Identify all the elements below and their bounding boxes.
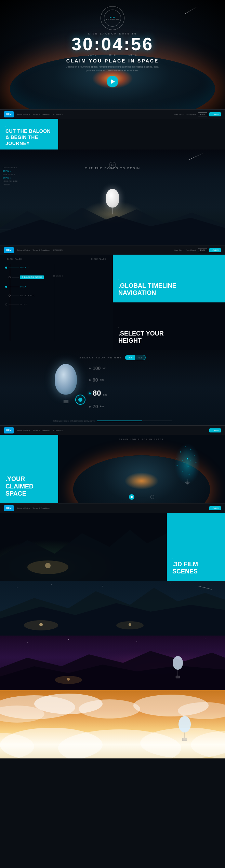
nav-link-terms-4[interactable]: Terms & Conditions xyxy=(32,507,50,509)
claimed-nav-dot-inactive xyxy=(150,495,154,499)
nav-bar-1: KLM Privacy Policy Terms & Conditions CO… xyxy=(0,109,225,119)
hero-badge-inner: KLM & SPACEFLIGHT xyxy=(104,10,121,27)
claimed-right-panel: CLAIM YOU PLACE IN SPACE xyxy=(58,435,225,503)
timeline-section: CLAIM PLACE CLAIM PLACE DRAW + THROUGH xyxy=(0,255,225,350)
film-left-panel xyxy=(0,513,167,581)
tl-draw-label-2: DRAW + xyxy=(20,286,29,288)
claimed-space-section: . .YOURCLAIMEDSPACE xyxy=(0,435,225,503)
claimed-nav xyxy=(58,494,225,500)
cut-balloon-dark-block xyxy=(58,119,225,150)
nav-login-btn-2[interactable]: LOG IN xyxy=(209,248,221,252)
svg-point-19 xyxy=(185,482,189,484)
svg-point-32 xyxy=(51,584,52,585)
hrs-label: HRS xyxy=(109,54,116,56)
svg-rect-64 xyxy=(182,738,187,741)
nav-right-4: LOG IN xyxy=(209,506,221,510)
svg-point-48 xyxy=(136,641,137,642)
nav-link-cookies[interactable]: COOKIES xyxy=(53,113,62,115)
nav-links-2: Privacy Policy Terms & Conditions COOKIE… xyxy=(14,249,174,251)
svg-rect-45 xyxy=(176,676,180,678)
nav-link-privacy[interactable]: Privacy Policy xyxy=(17,113,30,115)
nav-logo: KLM xyxy=(4,111,14,117)
nav-login-btn-4[interactable]: LOG IN xyxy=(209,506,221,510)
nav-link-cookies-3[interactable]: COOKIES xyxy=(53,429,62,431)
cut-ropes-label: CUT THE ROPES TO BEGIN xyxy=(85,167,140,170)
tl-intro-label-2: INTRO xyxy=(56,275,64,277)
claimed-blob xyxy=(170,442,204,486)
height-dot-100 xyxy=(89,368,91,369)
hero-section: KLM & SPACEFLIGHT LIVE LAUNCH DATE IN 30… xyxy=(0,0,225,109)
balloon-landscape-section: ✂ CUT THE ROPES TO BEGIN COUNTDOWN DRAW … xyxy=(0,150,225,245)
svg-point-15 xyxy=(190,460,190,461)
sidebar-draw: DRAW + xyxy=(3,170,18,172)
height-marker-100: 100 km xyxy=(89,366,107,371)
height-unit-90: km xyxy=(100,378,104,381)
nav-login-btn[interactable]: LOG IN xyxy=(209,112,221,116)
height-balloon xyxy=(55,364,77,395)
nav-eng-btn-2[interactable]: ENG xyxy=(198,248,207,252)
nav-link-privacy-2[interactable]: Privacy Policy xyxy=(17,249,30,251)
svg-point-9 xyxy=(189,474,190,475)
timeline-content: CLAIM PLACE CLAIM PLACE DRAW + THROUGH xyxy=(0,255,113,350)
tl-claim-label-1: CLAIM PLACE xyxy=(7,258,22,260)
nav-bar-4: KLM Privacy Policy Terms & Conditions LO… xyxy=(0,503,225,513)
height-dot-90 xyxy=(89,379,91,381)
tl-claim-label-2: CLAIM PLACE xyxy=(91,258,106,260)
height-unit-80: km xyxy=(103,393,107,396)
nav-link-cookies-2[interactable]: COOKIES xyxy=(53,249,62,251)
height-toggle[interactable]: 5.4 6.1 xyxy=(125,355,146,360)
svg-point-13 xyxy=(187,458,188,459)
film-landscape-svg xyxy=(0,513,167,581)
landscape-sidebar: COUNTDOWN DRAW + GAMEYARD DRAW + LAUNCH … xyxy=(3,167,18,186)
cut-balloon-section: . CUT THE BALOON& BEGIN THE JOURNEY xyxy=(0,119,225,150)
svg-marker-40 xyxy=(0,665,225,690)
tl-header-row: CLAIM PLACE CLAIM PLACE xyxy=(7,258,106,260)
svg-point-4 xyxy=(185,446,186,447)
height-value-70: 70 xyxy=(93,404,98,409)
height-target-circle[interactable] xyxy=(75,395,85,405)
svg-point-31 xyxy=(17,587,17,588)
nav-logo-4: KLM xyxy=(4,505,14,511)
nav-eng-btn[interactable]: ENG xyxy=(198,112,207,116)
timeline-left-panel: CLAIM PLACE CLAIM PLACE DRAW + THROUGH xyxy=(0,255,113,350)
claimed-nav-dot-active[interactable] xyxy=(129,494,134,500)
nav-your-story[interactable]: Your Story xyxy=(174,113,184,115)
timeline-right-panel: . .GLOBAL TIMELINENAVIGATION . .SELECT Y… xyxy=(113,255,225,350)
nav-right-3: LOG IN xyxy=(209,428,221,432)
nav-your-quest[interactable]: Your Quest xyxy=(186,113,196,115)
nav-logo-3: KLM xyxy=(4,427,14,433)
hero-title: CLAIM YOU PLACE IN SPACE xyxy=(66,58,159,63)
toggle-option-1[interactable]: 5.4 xyxy=(125,355,135,360)
svg-point-43 xyxy=(173,656,183,670)
toggle-option-2[interactable]: 6.1 xyxy=(135,355,145,360)
nav-login-btn-3[interactable]: LOG IN xyxy=(209,428,221,432)
klm-logo: KLM xyxy=(4,111,14,117)
svg-point-5 xyxy=(190,449,191,450)
timeline-select-height-title: .SELECT YOURHEIGHT xyxy=(118,330,220,345)
svg-point-62 xyxy=(178,716,191,732)
nav-link-terms-3[interactable]: Terms & Conditions xyxy=(32,429,50,431)
nav-links-4: Privacy Policy Terms & Conditions xyxy=(14,507,209,509)
height-marker-80: 80 km xyxy=(89,389,107,398)
sidebar-gameyard: GAMEYARD xyxy=(3,173,18,175)
nav-link-privacy-4[interactable]: Privacy Policy xyxy=(17,507,30,509)
tl-line-3 xyxy=(9,287,19,287)
tl-item-draw: DRAW + xyxy=(5,267,109,269)
tl-dot-1 xyxy=(5,267,7,269)
nav-your-quest-2[interactable]: Your Quest xyxy=(186,249,196,251)
nav-your-story-2[interactable]: Your Story xyxy=(174,249,184,251)
nav-link-terms[interactable]: Terms & Conditions xyxy=(32,113,50,115)
nav-link-privacy-3[interactable]: Privacy Policy xyxy=(17,429,30,431)
nav-links-3: Privacy Policy Terms & Conditions COOKIE… xyxy=(14,429,209,431)
nav-right: Your Story Your Quest ENG LOG IN xyxy=(174,112,221,116)
tl-item-launch: LAUNCH SITE xyxy=(9,295,109,297)
svg-point-10 xyxy=(182,471,183,472)
film-scenes-section: . .3D FILMSCENES xyxy=(0,513,225,581)
nav-right-2: Your Story Your Quest ENG LOG IN xyxy=(174,248,221,252)
height-balloon-rope xyxy=(66,395,66,400)
svg-point-33 xyxy=(102,586,103,586)
svg-point-14 xyxy=(184,462,185,463)
play-icon xyxy=(111,79,115,84)
timeline-top-title: .GLOBAL TIMELINENAVIGATION xyxy=(118,282,220,297)
nav-link-terms-2[interactable]: Terms & Conditions xyxy=(32,249,50,251)
